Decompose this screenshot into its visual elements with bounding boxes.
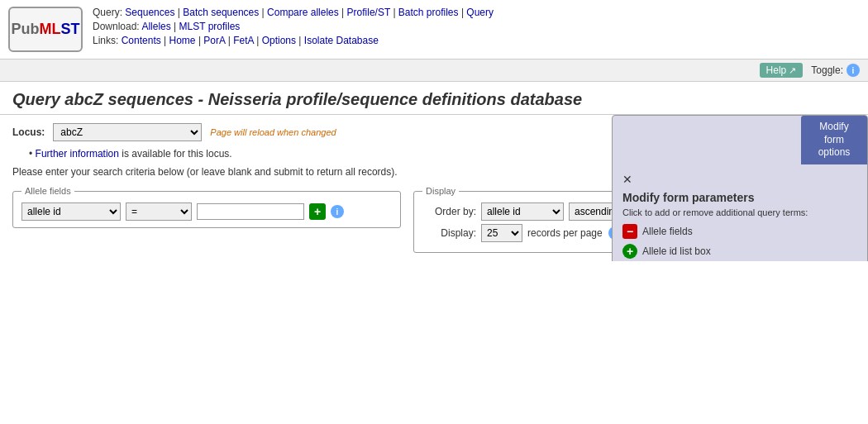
nav-query[interactable]: Query xyxy=(466,7,494,18)
remove-allele-fields-button[interactable]: − xyxy=(622,224,637,239)
allele-operator-select[interactable]: = xyxy=(126,202,192,221)
display-panel: Display Order by: allele id ascending Di… xyxy=(413,186,644,253)
header: PubMLST Query: Sequences | Batch sequenc… xyxy=(0,0,868,60)
links-label: Links: xyxy=(93,35,118,46)
nav-batch-profiles[interactable]: Batch profiles xyxy=(398,7,459,18)
nav-feta[interactable]: FetA xyxy=(233,35,254,46)
nav-compare-alleles[interactable]: Compare alleles xyxy=(267,7,339,18)
order-by-label: Order by: xyxy=(422,206,476,217)
modify-allele-id-list-box-label: Allele id list box xyxy=(642,245,711,257)
nav-contents[interactable]: Contents xyxy=(122,35,161,46)
order-by-row: Order by: allele id ascending xyxy=(422,202,635,221)
nav-pora[interactable]: PorA xyxy=(203,35,225,46)
query-nav-line: Query: Sequences | Batch sequences | Com… xyxy=(93,7,860,18)
modify-panel-close-button[interactable]: ✕ xyxy=(622,173,632,186)
toggle-info-icon[interactable]: i xyxy=(847,64,860,77)
display-count-row: Display: 25 records per page i xyxy=(422,224,635,242)
locus-select[interactable]: abcZ xyxy=(53,123,202,141)
add-allele-field-button[interactable]: + xyxy=(309,203,326,220)
help-label: Help xyxy=(766,64,787,76)
order-by-select[interactable]: allele id xyxy=(481,202,564,221)
page-title: Query abcZ sequences - Neisseria profile… xyxy=(12,90,856,109)
toggle-label: Toggle: xyxy=(811,64,843,76)
further-info-link[interactable]: Further information xyxy=(36,148,119,160)
list-item: + Allele id list box xyxy=(622,244,857,259)
allele-fields-panel: Allele fields allele id = + i xyxy=(12,186,401,228)
external-link-icon: ↗ xyxy=(789,65,796,76)
main-content: Locus: abcZ Page will reload when change… xyxy=(0,115,868,261)
display-count-label: Display: xyxy=(422,227,476,239)
modify-items-list: − Allele fields + Allele id list box + F… xyxy=(622,224,857,261)
records-per-page-label: records per page i xyxy=(527,226,622,240)
nav-alleles[interactable]: Alleles xyxy=(141,21,170,32)
nav-mlst-profiles[interactable]: MLST profiles xyxy=(179,21,241,32)
query-label: Query: xyxy=(93,7,122,18)
download-label: Download: xyxy=(93,21,140,32)
page-title-area: Query abcZ sequences - Neisseria profile… xyxy=(0,82,868,115)
modify-allele-fields-label: Allele fields xyxy=(642,226,693,237)
allele-value-input[interactable] xyxy=(197,203,304,220)
reload-notice: Page will reload when changed xyxy=(210,127,336,137)
further-info-suffix: is available for this locus. xyxy=(119,148,232,160)
count-select[interactable]: 25 xyxy=(481,224,522,242)
links-nav-line: Links: Contents | Home | PorA | FetA | O… xyxy=(93,35,860,46)
logo: PubMLST xyxy=(8,7,83,52)
display-legend: Display xyxy=(422,186,459,196)
allele-field-select[interactable]: allele id xyxy=(21,202,121,221)
nav-sequences[interactable]: Sequences xyxy=(125,7,174,18)
close-button-row: ✕ xyxy=(622,173,857,191)
nav-profile-st[interactable]: Profile/ST xyxy=(347,7,390,18)
modify-form-options-button[interactable]: Modifyformoptions xyxy=(801,116,867,164)
nav-home[interactable]: Home xyxy=(169,35,196,46)
modify-form-panel: Modifyformoptions ✕ Modify form paramete… xyxy=(612,115,868,261)
toggle-control: Toggle: i xyxy=(811,64,860,77)
locus-label: Locus: xyxy=(12,126,45,138)
allele-fields-legend: Allele fields xyxy=(21,186,74,196)
nav-isolate-database[interactable]: Isolate Database xyxy=(304,35,379,46)
nav-options[interactable]: Options xyxy=(262,35,296,46)
modify-panel-body: ✕ Modify form parameters Click to add or… xyxy=(613,164,867,261)
help-button[interactable]: Help ↗ xyxy=(760,63,804,78)
nav-batch-sequences[interactable]: Batch sequences xyxy=(183,7,259,18)
add-allele-id-list-box-button[interactable]: + xyxy=(622,244,637,259)
download-nav-line: Download: Alleles | MLST profiles xyxy=(93,21,860,32)
logo-text: PubMLST xyxy=(11,21,79,38)
allele-field-info-icon[interactable]: i xyxy=(331,205,344,218)
allele-row: allele id = + i xyxy=(21,202,392,221)
top-bar: Help ↗ Toggle: i xyxy=(0,60,868,82)
nav-area: Query: Sequences | Batch sequences | Com… xyxy=(93,7,860,49)
modify-panel-subtitle: Click to add or remove additional query … xyxy=(622,207,857,217)
list-item: − Allele fields xyxy=(622,224,857,239)
modify-panel-title: Modify form parameters xyxy=(622,191,857,204)
